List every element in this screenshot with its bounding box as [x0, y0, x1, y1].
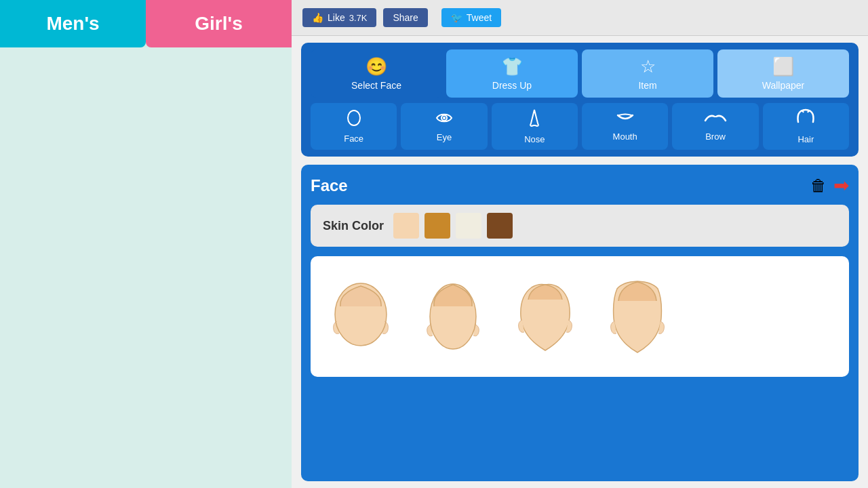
face-outline-icon [345, 109, 363, 131]
cat-dress-up-label: Dress Up [492, 80, 532, 91]
like-count: 3.7K [349, 13, 368, 23]
trash-icon: 🗑 [810, 176, 827, 195]
skin-color-panel: Skin Color [311, 205, 849, 247]
face-grid [311, 256, 849, 377]
category-bottom-row: Face Eye Nose [311, 103, 849, 150]
wallpaper-icon: ⬜ [772, 56, 794, 77]
sub-nose-label: Nose [524, 134, 545, 144]
share-button[interactable]: Share [383, 8, 427, 27]
eye-icon [435, 110, 453, 129]
sub-eye-label: Eye [437, 132, 452, 142]
shirt-icon: 👕 [501, 56, 523, 77]
swatch-dark-brown[interactable] [487, 213, 513, 239]
cat-dress-up[interactable]: 👕 Dress Up [446, 49, 578, 98]
sub-mouth[interactable]: Mouth [582, 103, 668, 150]
star-icon: ☆ [640, 56, 656, 77]
tweet-button[interactable]: 🐦 Tweet [441, 8, 501, 27]
twitter-icon: 🐦 [451, 12, 462, 23]
category-top-row: 😊 Select Face 👕 Dress Up ☆ Item ⬜ Wallpa… [311, 49, 849, 98]
face-option-1[interactable] [320, 266, 401, 367]
swatch-tan[interactable] [425, 213, 450, 239]
left-panel: Men's Girl's [0, 0, 292, 488]
skin-color-label: Skin Color [323, 219, 384, 233]
next-arrow-button[interactable]: ➡ [833, 174, 849, 197]
swatch-light-peach[interactable] [393, 213, 419, 239]
cat-wallpaper-label: Wallpaper [762, 80, 805, 91]
sub-hair[interactable]: Hair [763, 103, 849, 150]
mens-tab[interactable]: Men's [0, 0, 146, 47]
sub-eye[interactable]: Eye [401, 103, 487, 150]
sub-nose[interactable]: Nose [492, 103, 578, 150]
hair-icon [795, 108, 816, 131]
thumbs-up-icon: 👍 [312, 12, 323, 23]
skin-swatches [393, 213, 513, 239]
nose-icon [527, 108, 542, 131]
face-option-3[interactable] [505, 266, 586, 367]
cat-wallpaper[interactable]: ⬜ Wallpaper [717, 49, 849, 98]
section-header: Face 🗑 ➡ [311, 174, 849, 197]
like-label: Like [328, 12, 345, 23]
section-actions: 🗑 ➡ [810, 174, 849, 197]
swatch-pale[interactable] [456, 213, 481, 239]
brow-icon [704, 111, 727, 129]
sub-brow-label: Brow [705, 131, 726, 142]
trash-button[interactable]: 🗑 [810, 176, 827, 195]
sub-face[interactable]: Face [311, 103, 397, 150]
right-panel: 👍 Like 3.7K Share 🐦 Tweet 😊 Select Face … [292, 0, 868, 488]
tweet-label: Tweet [467, 12, 492, 23]
face-section: Face 🗑 ➡ Skin Color [301, 165, 859, 481]
sub-hair-label: Hair [797, 134, 814, 144]
cat-select-face[interactable]: 😊 Select Face [311, 49, 442, 98]
cat-item[interactable]: ☆ Item [582, 49, 713, 98]
smiley-icon: 😊 [366, 56, 387, 77]
girls-tab[interactable]: Girl's [146, 0, 292, 47]
face-option-2[interactable] [412, 266, 494, 367]
svg-point-0 [348, 110, 360, 125]
gender-tabs: Men's Girl's [0, 0, 292, 47]
social-bar: 👍 Like 3.7K Share 🐦 Tweet [292, 0, 868, 36]
face-option-4[interactable] [597, 266, 678, 367]
sub-mouth-label: Mouth [613, 131, 637, 142]
sub-face-label: Face [344, 134, 363, 144]
svg-point-2 [443, 117, 446, 119]
section-title: Face [311, 176, 348, 195]
sub-brow[interactable]: Brow [672, 103, 758, 150]
like-button[interactable]: 👍 Like 3.7K [302, 8, 376, 27]
cat-select-face-label: Select Face [351, 80, 401, 91]
arrow-right-icon: ➡ [833, 175, 849, 196]
cat-item-label: Item [638, 80, 656, 91]
mouth-icon [615, 111, 635, 129]
left-content-area [0, 47, 292, 488]
category-nav: 😊 Select Face 👕 Dress Up ☆ Item ⬜ Wallpa… [301, 43, 859, 157]
